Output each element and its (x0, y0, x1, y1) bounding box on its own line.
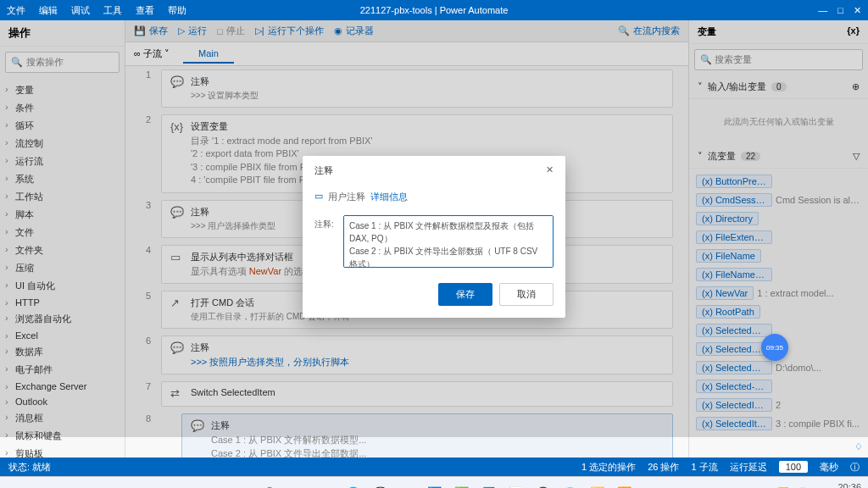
search-icon[interactable]: 🔍 (260, 482, 282, 489)
delay-unit: 毫秒 (820, 461, 838, 474)
recording-timer[interactable]: 09:35 (761, 334, 788, 361)
comment-dialog: 注释✕ ▭用户注释 详细信息 注释: 保存 取消 (303, 156, 565, 318)
comment-textarea[interactable] (343, 215, 554, 268)
menu-bar: 文件 编辑 调试 工具 查看 帮助 (7, 4, 186, 17)
app-icon[interactable]: 🟩 (450, 482, 472, 489)
explorer-icon[interactable]: 📁 (314, 482, 337, 489)
menu-view[interactable]: 查看 (136, 4, 154, 17)
cancel-button[interactable]: 取消 (499, 283, 554, 306)
tree-item[interactable]: 剪贴板 (0, 445, 125, 458)
clock-time[interactable]: 20:36 (815, 482, 861, 488)
close-icon[interactable]: ✕ (854, 5, 861, 16)
status-selected: 1 选定的操作 (581, 461, 636, 474)
edge-icon[interactable]: 🌐 (342, 482, 364, 489)
statusbar: 状态: 就绪 1 选定的操作 26 操作 1 子流 运行延迟 100 毫秒 ⓘ (0, 458, 868, 476)
delay-input[interactable]: 100 (779, 461, 808, 473)
status-delay-label: 运行延迟 (730, 461, 767, 474)
modal-overlay: 注释✕ ▭用户注释 详细信息 注释: 保存 取消 (0, 20, 868, 437)
app-icon[interactable]: ⚫ (531, 482, 554, 489)
comment-label: 注释: (314, 215, 337, 268)
menu-file[interactable]: 文件 (7, 4, 25, 17)
maximize-icon[interactable]: □ (837, 5, 843, 16)
taskbar: ☀️ 5°C 晴朗多云 ⊞ 🔍 ▭ 📁 🌐 💬 📧 🟦 🟩 🖥️ 📊 ⚫ 💿 🟨… (0, 476, 868, 488)
titlebar: 文件 编辑 调试 工具 查看 帮助 221127-pbx-tools | Pow… (0, 0, 868, 20)
taskview-icon[interactable]: ▭ (287, 482, 309, 489)
app-icon[interactable]: 📧 (396, 482, 418, 489)
menu-edit[interactable]: 编辑 (39, 4, 58, 17)
status-total: 26 操作 (648, 461, 679, 474)
app-icon[interactable]: 🖥️ (477, 482, 499, 489)
info-icon[interactable]: ⓘ (850, 461, 860, 474)
window-title: 221127-pbx-tools | Power Automate (360, 5, 509, 15)
app-icon[interactable]: 🟦 (423, 482, 445, 489)
app-icon[interactable]: 🟨 (586, 482, 608, 489)
menu-tools[interactable]: 工具 (103, 4, 122, 17)
menu-help[interactable]: 帮助 (168, 4, 186, 17)
start-icon[interactable]: ⊞ (233, 482, 255, 489)
app-icon[interactable]: 📊 (504, 482, 526, 489)
info-icon: ▭ (314, 191, 323, 203)
dialog-close-icon[interactable]: ✕ (546, 164, 554, 177)
status-subflows: 1 子流 (691, 461, 717, 474)
details-link[interactable]: 详细信息 (370, 191, 408, 203)
refresh-icon[interactable]: ♢ (854, 441, 863, 452)
minimize-icon[interactable]: — (818, 5, 827, 16)
app-icon[interactable]: 💿 (559, 482, 581, 489)
app-icon[interactable]: 💬 (369, 482, 391, 489)
app-icon[interactable]: ▶️ (613, 482, 635, 489)
dialog-title: 注释 (314, 164, 333, 177)
save-button[interactable]: 保存 (438, 283, 492, 306)
menu-debug[interactable]: 调试 (71, 4, 90, 17)
status-ready: 状态: 就绪 (8, 461, 51, 474)
